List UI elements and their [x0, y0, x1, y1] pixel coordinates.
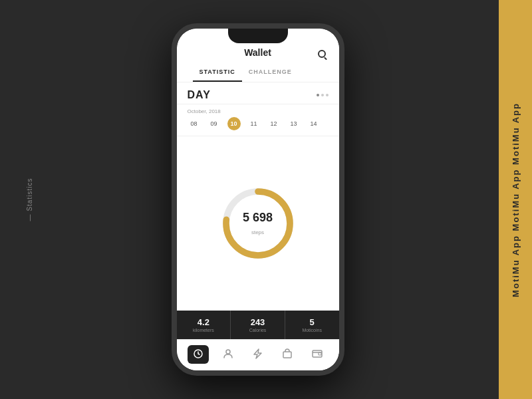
phone-mockup: Wallet STATISTIC CHALLENGE [172, 23, 344, 376]
nav-challenges[interactable] [247, 345, 268, 364]
search-button[interactable] [315, 47, 329, 61]
stat-cal-unit: Calories [235, 328, 281, 332]
svg-rect-5 [313, 350, 322, 357]
nav-wallet[interactable] [307, 345, 328, 364]
tab-challenge[interactable]: CHALLENGE [242, 63, 299, 82]
phone-notch [228, 29, 288, 43]
sidebar-brand-text: MotiMu App MotiMu App MotiMu App [511, 102, 521, 297]
bottom-nav [177, 339, 339, 370]
phone-screen: Wallet STATISTIC CHALLENGE [177, 29, 339, 370]
steps-count: 5 698 [243, 211, 273, 224]
nav-profile[interactable] [217, 345, 239, 364]
stats-bar: 4.2 kilometers 243 Calories 5 Moticoins [177, 311, 339, 339]
stat-coin-unit: Moticoins [289, 328, 335, 332]
day-dots [317, 94, 329, 96]
ring-center: 5 698 steps [238, 211, 278, 237]
activity-icon [193, 348, 203, 361]
day-label: DAY [188, 89, 211, 101]
wallet-icon [312, 349, 323, 360]
day-row: DAY [177, 82, 339, 104]
stat-km-value: 4.2 [181, 317, 227, 327]
calendar-days: 08 09 10 11 12 13 14 [188, 117, 329, 130]
nav-activity[interactable] [188, 345, 209, 364]
dot-3 [326, 94, 329, 96]
calendar-strip: October, 2018 08 09 10 11 12 13 14 [177, 104, 339, 136]
screen-content: DAY October, 2018 08 09 10 11 [177, 82, 339, 370]
stat-moticoins: 5 Moticoins [285, 311, 339, 339]
tab-bar: STATISTIC CHALLENGE [188, 63, 329, 82]
nav-shop[interactable] [277, 345, 298, 364]
tab-statistic[interactable]: STATISTIC [193, 63, 242, 82]
chart-area: 5 698 steps [177, 136, 339, 311]
cal-day-11[interactable]: 11 [247, 117, 261, 130]
search-icon [318, 50, 326, 58]
page-title: Wallet [244, 47, 271, 58]
left-statistics-label: — Statistics [26, 178, 33, 221]
stat-km-unit: kilometers [181, 328, 227, 332]
profile-icon [223, 348, 233, 361]
cal-day-12[interactable]: 12 [267, 117, 281, 130]
cal-day-09[interactable]: 09 [207, 117, 221, 130]
right-sidebar: MotiMu App MotiMu App MotiMu App [499, 0, 532, 399]
stat-cal-value: 243 [235, 317, 281, 327]
dot-1 [317, 94, 319, 96]
cal-day-13[interactable]: 13 [287, 117, 301, 130]
calendar-month: October, 2018 [188, 108, 329, 114]
phone-body: Wallet STATISTIC CHALLENGE [172, 23, 344, 376]
stat-coin-value: 5 [289, 317, 335, 327]
svg-rect-4 [283, 352, 291, 358]
steps-ring: 5 698 steps [218, 184, 298, 263]
shop-icon [282, 348, 293, 361]
dot-2 [321, 94, 324, 96]
svg-point-3 [226, 350, 230, 354]
steps-label: steps [251, 229, 264, 235]
stat-kilometers: 4.2 kilometers [177, 311, 231, 339]
cal-day-10[interactable]: 10 [227, 117, 241, 130]
cal-day-08[interactable]: 08 [188, 117, 201, 130]
lightning-icon [253, 348, 262, 361]
stat-calories: 243 Calories [231, 311, 285, 339]
cal-day-14[interactable]: 14 [307, 117, 321, 130]
